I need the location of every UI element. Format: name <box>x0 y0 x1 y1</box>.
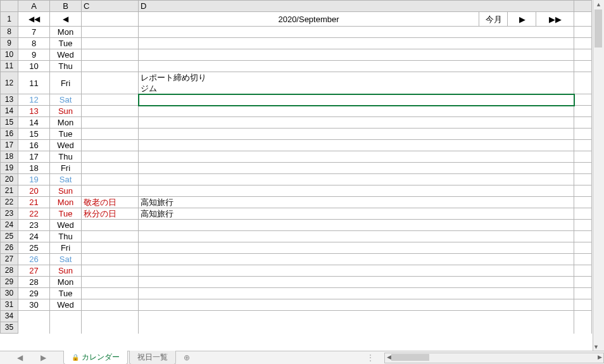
day-number-cell[interactable]: 13 <box>18 106 50 117</box>
cell-E[interactable] <box>574 299 592 311</box>
row-header[interactable]: 24 <box>1 220 18 231</box>
horizontal-scrollbar[interactable]: ◀ ▶ <box>384 353 604 363</box>
weekday-cell[interactable]: Tue <box>50 208 82 220</box>
cell[interactable] <box>50 322 82 334</box>
weekday-cell[interactable]: Fri <box>50 242 82 254</box>
holiday-name-cell[interactable] <box>82 288 139 299</box>
tab-nav-arrows[interactable]: ◀ ▶ <box>0 353 63 362</box>
holiday-name-cell[interactable] <box>82 231 139 242</box>
holiday-name-cell[interactable] <box>82 254 139 265</box>
cell-E[interactable] <box>574 174 592 185</box>
event-cell[interactable] <box>139 299 574 311</box>
weekday-cell[interactable]: Mon <box>50 27 82 38</box>
holiday-name-cell[interactable] <box>82 277 139 288</box>
row-header[interactable]: 17 <box>1 140 18 151</box>
tab-nav-last-icon[interactable]: ▶ <box>41 353 46 362</box>
holiday-name-cell[interactable] <box>82 129 139 140</box>
holiday-name-cell[interactable]: 敬老の日 <box>82 197 139 208</box>
row-header[interactable]: 8 <box>1 27 18 38</box>
holiday-name-cell[interactable] <box>82 299 139 311</box>
day-number-cell[interactable]: 25 <box>18 242 50 254</box>
holiday-name-cell[interactable] <box>82 151 139 163</box>
cell-E[interactable] <box>574 254 592 265</box>
hscroll-thumb[interactable] <box>391 354 429 361</box>
day-number-cell[interactable]: 26 <box>18 254 50 265</box>
event-cell[interactable] <box>139 140 574 151</box>
event-cell[interactable] <box>139 242 574 254</box>
day-number-cell[interactable]: 28 <box>18 277 50 288</box>
event-cell[interactable] <box>139 288 574 299</box>
day-number-cell[interactable]: 8 <box>18 38 50 49</box>
row-header[interactable]: 22 <box>1 197 18 208</box>
cell-E[interactable] <box>574 265 592 277</box>
tab-calendar[interactable]: 🔒 カレンダー <box>63 351 128 364</box>
event-cell[interactable]: レポート締め切り ジム <box>139 72 574 94</box>
weekday-cell[interactable]: Thu <box>50 231 82 242</box>
holiday-name-cell[interactable] <box>82 61 139 72</box>
day-number-cell[interactable]: 29 <box>18 288 50 299</box>
day-number-cell[interactable]: 7 <box>18 27 50 38</box>
event-cell[interactable] <box>139 277 574 288</box>
scroll-up-icon[interactable]: ▲ <box>593 0 604 9</box>
holiday-name-cell[interactable] <box>82 117 139 129</box>
vertical-scrollbar[interactable]: ▲ ▼ <box>593 0 604 351</box>
cell[interactable] <box>574 322 592 334</box>
event-cell[interactable] <box>139 265 574 277</box>
weekday-cell[interactable]: Tue <box>50 38 82 49</box>
event-cell[interactable] <box>139 220 574 231</box>
cell-E1[interactable] <box>574 12 592 27</box>
weekday-cell[interactable]: Sat <box>50 94 82 106</box>
cell-E[interactable] <box>574 61 592 72</box>
cell[interactable] <box>50 311 82 322</box>
day-number-cell[interactable]: 22 <box>18 208 50 220</box>
row-header-1[interactable]: 1 <box>1 12 18 27</box>
col-header-D[interactable]: D <box>139 1 574 12</box>
scroll-down-icon[interactable]: ▼ <box>593 342 599 351</box>
row-header[interactable]: 23 <box>1 208 18 220</box>
col-header-C[interactable]: C <box>82 1 139 12</box>
event-cell[interactable] <box>139 231 574 242</box>
day-number-cell[interactable]: 30 <box>18 299 50 311</box>
row-header[interactable]: 15 <box>1 117 18 129</box>
event-cell[interactable] <box>139 254 574 265</box>
cell-E[interactable] <box>574 197 592 208</box>
nav-today-button[interactable]: 今月 <box>479 12 508 26</box>
event-cell[interactable] <box>139 106 574 117</box>
weekday-cell[interactable]: Sun <box>50 185 82 197</box>
holiday-name-cell[interactable] <box>82 106 139 117</box>
row-header[interactable]: 14 <box>1 106 18 117</box>
select-all-corner[interactable] <box>1 1 18 12</box>
row-header[interactable]: 30 <box>1 288 18 299</box>
event-cell[interactable] <box>139 117 574 129</box>
day-number-cell[interactable]: 18 <box>18 163 50 174</box>
event-cell[interactable] <box>139 94 574 106</box>
day-number-cell[interactable]: 15 <box>18 129 50 140</box>
col-header-E[interactable] <box>574 1 592 12</box>
cell-E[interactable] <box>574 106 592 117</box>
event-cell[interactable] <box>139 129 574 140</box>
row-header[interactable]: 12 <box>1 72 18 94</box>
event-cell[interactable] <box>139 27 574 38</box>
cell-E[interactable] <box>574 72 592 94</box>
row-header[interactable]: 27 <box>1 254 18 265</box>
cell[interactable] <box>82 322 139 334</box>
row-header[interactable]: 26 <box>1 242 18 254</box>
row-header[interactable]: 25 <box>1 231 18 242</box>
col-header-B[interactable]: B <box>50 1 82 12</box>
event-cell[interactable] <box>139 38 574 49</box>
tab-split-handle[interactable]: ⋮ <box>367 353 374 362</box>
row-header[interactable]: 11 <box>1 61 18 72</box>
holiday-name-cell[interactable] <box>82 265 139 277</box>
event-cell[interactable]: 高知旅行 <box>139 208 574 220</box>
cell-E[interactable] <box>574 163 592 174</box>
cell-E[interactable] <box>574 277 592 288</box>
cell-E[interactable] <box>574 49 592 61</box>
nav-forward-button[interactable]: ▶ <box>507 12 536 26</box>
tab-holidays[interactable]: 祝日一覧 <box>129 351 176 364</box>
row-header[interactable]: 35 <box>1 322 18 334</box>
weekday-cell[interactable]: Sat <box>50 254 82 265</box>
weekday-cell[interactable]: Thu <box>50 151 82 163</box>
day-number-cell[interactable]: 11 <box>18 72 50 94</box>
cell-E[interactable] <box>574 242 592 254</box>
weekday-cell[interactable]: Wed <box>50 220 82 231</box>
